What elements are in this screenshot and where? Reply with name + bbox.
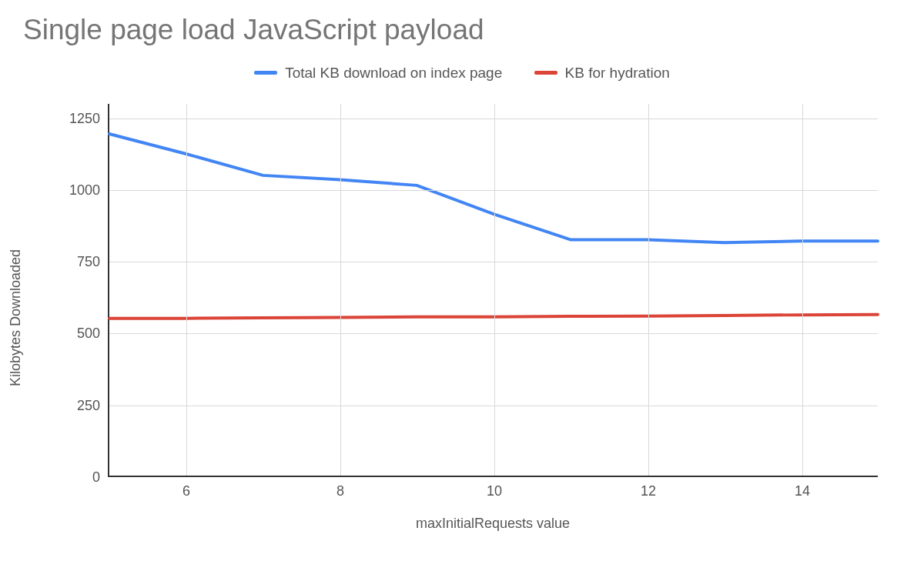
- y-tick-label: 500: [77, 326, 100, 342]
- plot-outer: Kilobytes Downloaded 0250500750100012506…: [46, 104, 901, 531]
- gridline-v: [186, 104, 187, 476]
- gridline-v: [340, 104, 341, 476]
- y-tick-label: 250: [77, 397, 100, 413]
- series-line: [109, 315, 878, 319]
- y-tick-label: 750: [77, 254, 100, 270]
- x-tick-label: 8: [336, 483, 344, 499]
- gridline-h: [109, 119, 878, 119]
- gridline-h: [109, 262, 878, 262]
- legend-label: Total KB download on index page: [285, 65, 502, 82]
- legend-swatch-total: [254, 71, 277, 75]
- gridline-h: [109, 190, 878, 191]
- gridline-v: [494, 104, 495, 476]
- y-axis-label: Kilobytes Downloaded: [8, 249, 24, 386]
- gridline-v: [802, 104, 803, 476]
- y-tick-label: 1000: [69, 182, 100, 198]
- series-line: [109, 134, 878, 242]
- legend-label: KB for hydration: [565, 65, 670, 82]
- legend: Total KB download on index page KB for h…: [0, 62, 924, 82]
- legend-item-total: Total KB download on index page: [254, 65, 502, 82]
- y-tick-label: 1250: [69, 110, 100, 126]
- legend-swatch-hydration: [534, 71, 557, 75]
- chart-title: Single page load JavaScript payload: [23, 14, 484, 46]
- x-axis-label: maxInitialRequests value: [108, 516, 878, 532]
- x-tick-label: 6: [182, 483, 190, 499]
- plot-area: 02505007501000125068101214: [108, 104, 878, 477]
- x-tick-label: 12: [641, 483, 656, 499]
- chart-lines: [109, 104, 878, 476]
- gridline-h: [109, 333, 878, 334]
- gridline-v: [648, 104, 649, 476]
- y-tick-label: 0: [92, 469, 100, 486]
- x-tick-label: 14: [795, 483, 810, 499]
- x-tick-label: 10: [487, 483, 502, 499]
- gridline-h: [109, 406, 878, 406]
- legend-item-hydration: KB for hydration: [534, 65, 670, 82]
